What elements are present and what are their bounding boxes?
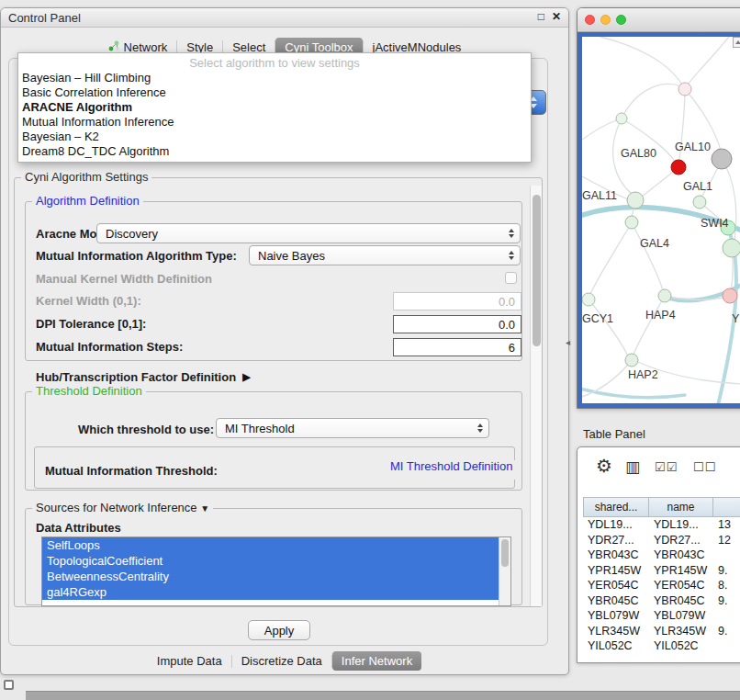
attribute-item-selfloops[interactable]: SelfLoops	[42, 537, 499, 553]
mi-algorithm-type-select[interactable]: Naive Bayes	[249, 245, 521, 265]
hub-definition-toggle[interactable]: Hub/Transcription Factor Definition ▶	[36, 370, 251, 384]
minimize-window-button[interactable]	[600, 15, 611, 25]
split-collapse-icon[interactable]: ◂	[566, 337, 570, 347]
table-cell[interactable]: 9.	[713, 563, 740, 579]
mi-steps-label: Mutual Information Steps:	[36, 340, 183, 354]
sources-group-title[interactable]: Sources for Network Inference ▼	[32, 502, 213, 515]
table-cell[interactable]: YDL19...	[583, 517, 649, 533]
close-window-button[interactable]	[585, 15, 595, 25]
zoom-window-button[interactable]	[616, 15, 626, 25]
mi-steps-input[interactable]	[393, 338, 521, 356]
table-cell[interactable]: 12	[713, 533, 740, 548]
column-header-3[interactable]	[713, 497, 740, 517]
table-cell[interactable]	[713, 548, 740, 563]
attributes-scrollbar-thumb[interactable]	[501, 539, 509, 567]
network-node-label: HAP4	[645, 309, 676, 322]
scrollbar-up-button[interactable]	[733, 37, 740, 48]
table-cell[interactable]: YBR043C	[583, 548, 649, 563]
table-cell[interactable]: YIL052C	[649, 638, 713, 654]
table-cell[interactable]: YLR345W	[583, 624, 649, 639]
network-node[interactable]	[627, 192, 644, 209]
attribute-item-topologicalcoefficient[interactable]: TopologicalCoefficient	[42, 553, 499, 569]
network-edge	[590, 222, 632, 294]
column-header-name[interactable]: name	[649, 497, 713, 517]
table-cell[interactable]: YDL19...	[649, 517, 713, 533]
sources-title-label: Sources for Network Inference	[36, 501, 197, 514]
dpi-tolerance-input[interactable]	[393, 315, 521, 333]
which-threshold-label: Which threshold to use:	[78, 423, 214, 436]
table-cell[interactable]	[713, 608, 740, 624]
table-cell[interactable]: YBL079W	[583, 608, 649, 624]
network-node[interactable]	[693, 196, 706, 209]
float-panel-icon[interactable]: □	[538, 10, 544, 23]
mi-algorithm-type-value: Naive Bayes	[258, 249, 325, 263]
network-edge	[622, 85, 681, 119]
data-attributes-list: SelfLoops TopologicalCoefficient Between…	[41, 536, 511, 606]
table-cell[interactable]	[713, 638, 740, 654]
which-threshold-select[interactable]: MI Threshold	[216, 418, 489, 438]
attributes-scrollbar[interactable]	[499, 537, 510, 605]
aracne-mode-select[interactable]: Discovery	[96, 223, 521, 243]
tab-discretize-data[interactable]: Discretize Data	[232, 651, 331, 671]
attribute-item-betweennesscentrality[interactable]: BetweennessCentrality	[42, 569, 499, 584]
settings-scrollbar[interactable]	[530, 186, 542, 606]
algorithm-option-basic-correlation[interactable]: Basic Correlation Inference	[18, 85, 531, 100]
gear-icon[interactable]: ⚙	[596, 455, 612, 477]
network-node[interactable]	[723, 239, 740, 257]
network-node[interactable]	[658, 289, 671, 302]
network-node[interactable]	[582, 293, 595, 306]
algorithm-option-bayesian-hill-climbing[interactable]: Bayesian – Hill Climbing	[18, 71, 531, 85]
chevron-up-down-icon	[509, 229, 514, 238]
algorithm-option-dream8[interactable]: Dream8 DC_TDC Algorithm	[18, 144, 531, 159]
tab-infer-network[interactable]: Infer Network	[332, 651, 421, 671]
attribute-item-gal4rgexp[interactable]: gal4RGexp	[42, 584, 499, 600]
table-cell[interactable]: YDR27...	[583, 533, 649, 548]
network-node[interactable]	[625, 216, 638, 229]
up-arrow-icon	[735, 40, 740, 44]
table-cell[interactable]: YBL079W	[649, 608, 713, 624]
table-cell[interactable]: YDR27...	[649, 533, 713, 548]
network-canvas-svg[interactable]: GAL80GAL10GAL11GAL1SWI4GAL4GCY1HAP4HAP2Y	[582, 37, 740, 405]
network-node-label: SWI4	[701, 217, 729, 230]
table-cell[interactable]: YBR043C	[649, 548, 713, 563]
apply-button[interactable]: Apply	[248, 620, 310, 640]
table-cell[interactable]: 9.	[713, 593, 740, 609]
network-node[interactable]	[678, 83, 691, 96]
restore-panel-icon[interactable]	[4, 680, 14, 690]
table-cell[interactable]: YBR045C	[649, 593, 713, 609]
kernel-width-label: Kernel Width (0,1):	[36, 294, 141, 308]
network-window-titlebar[interactable]	[577, 8, 740, 32]
select-all-icon[interactable]: ☑☑	[655, 460, 678, 474]
table-cell[interactable]: 9.	[713, 624, 740, 639]
columns-icon[interactable]: ▥	[625, 457, 640, 477]
manual-kernel-width-checkbox[interactable]	[505, 272, 517, 284]
control-panel-window: Control Panel □ ✕ Network Style Select C…	[0, 7, 569, 675]
mi-algorithm-type-label: Mutual Information Algorithm Type:	[36, 249, 237, 263]
table-cell[interactable]: YIL052C	[583, 638, 649, 654]
network-node[interactable]	[625, 354, 638, 367]
network-node[interactable]	[712, 149, 732, 169]
collapsed-panel-bar[interactable]	[26, 691, 740, 700]
network-node[interactable]	[723, 288, 737, 303]
table-cell[interactable]: 8.	[713, 578, 740, 593]
kernel-width-input[interactable]	[393, 292, 521, 310]
table-cell[interactable]: YER054C	[649, 578, 713, 593]
settings-scrollbar-thumb[interactable]	[533, 195, 541, 346]
table-cell[interactable]: YLR345W	[649, 624, 713, 639]
table-cell[interactable]: YPR145W	[649, 563, 713, 579]
close-panel-icon[interactable]: ✕	[552, 10, 561, 23]
algorithm-option-bayesian-k2[interactable]: Bayesian – K2	[18, 130, 531, 144]
deselect-all-icon[interactable]: ☐☐	[693, 460, 716, 474]
table-cell[interactable]: 13	[713, 517, 740, 533]
table-cell[interactable]: YPR145W	[583, 563, 649, 579]
algorithm-option-mutual-information[interactable]: Mutual Information Inference	[18, 115, 531, 130]
network-node[interactable]	[616, 113, 627, 124]
network-node[interactable]	[671, 160, 686, 175]
table-cell[interactable]: YBR045C	[583, 593, 649, 609]
table-cell[interactable]: YER054C	[583, 578, 649, 593]
network-node-label: Y	[732, 312, 740, 325]
algorithm-option-aracne[interactable]: ARACNE Algorithm	[18, 100, 531, 115]
column-header-shared-name[interactable]: shared...	[583, 497, 649, 517]
tab-impute-data[interactable]: Impute Data	[148, 651, 231, 671]
control-panel-titlebar: Control Panel □ ✕	[1, 8, 568, 28]
